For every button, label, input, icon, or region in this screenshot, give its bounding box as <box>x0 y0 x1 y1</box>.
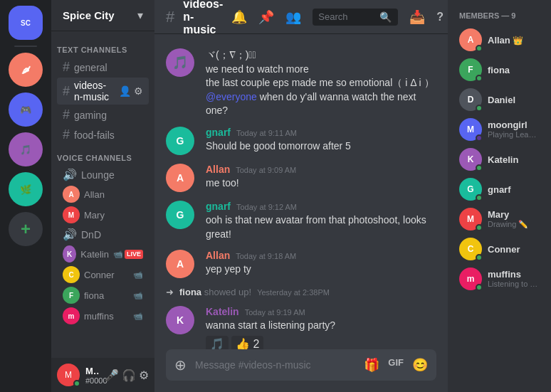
member-dot-gnarf <box>476 194 483 201</box>
members-section-label: MEMBERS — 9 <box>453 9 545 23</box>
server-icon-4[interactable]: 🌿 <box>9 172 43 206</box>
message-header-5: Allan Today at 9:18 AM <box>206 250 436 261</box>
footer-controls: 🎤 🎧 ⚙ <box>105 369 149 382</box>
message-author-allan: Allan <box>206 164 230 175</box>
member-info-gnarf: gnarf <box>488 184 540 195</box>
member-name-fiona: fiona <box>488 65 540 75</box>
bell-icon[interactable]: 🔔 <box>231 9 247 25</box>
voice-user-muffins[interactable]: m muffins 📹 <box>57 306 149 326</box>
member-info-conner: Conner <box>488 244 540 255</box>
message-timestamp-2: Today at 9:11 AM <box>236 129 297 137</box>
input-right-icons: 🎁 GIF 😊 <box>364 357 428 373</box>
message-text-1d: @everyone when do y'all wanna watch the … <box>206 90 436 118</box>
message-text-2: Should be good tomorrow after 5 <box>206 139 436 154</box>
gif-button[interactable]: GIF <box>388 357 404 373</box>
crown-icon: 👑 <box>513 36 523 46</box>
katelin-voice-icons: 📹 LIVE <box>113 250 143 259</box>
channel-item-gaming[interactable]: # gaming <box>57 105 149 125</box>
member-item-mary[interactable]: M Mary Drawing ✏️ <box>453 205 545 233</box>
message-header-2: gnarf Today at 9:11 AM <box>206 127 436 138</box>
conner-video-icon: 📹 <box>133 270 143 280</box>
server-icon-1[interactable]: 🌶 <box>9 53 43 87</box>
headset-button[interactable]: 🎧 <box>122 369 136 382</box>
voice-channel-lounge[interactable]: 🔊 Lounge <box>57 166 149 184</box>
member-avatar-mary: M <box>459 208 482 231</box>
add-attachment-button[interactable]: ⊕ <box>174 356 187 374</box>
message-text-5: yep yep ty <box>206 263 436 277</box>
member-item-fiona[interactable]: F fiona <box>453 55 545 84</box>
member-item-katelin[interactable]: K Katelin <box>453 145 545 174</box>
member-item-conner[interactable]: C Conner <box>453 235 545 263</box>
speaker-icon: 🔊 <box>63 168 77 181</box>
members-sidebar: MEMBERS — 9 A Allan 👑 F fiona D Daniel M <box>448 0 551 392</box>
message-header-6: Katelin Today at 9:19 AM <box>206 306 436 317</box>
voice-user-katelin[interactable]: K Katelin 📹 LIVE <box>57 244 149 264</box>
member-item-gnarf[interactable]: G gnarf <box>453 175 545 203</box>
member-dot-allan <box>476 45 483 52</box>
voice-user-mary[interactable]: M Mary <box>57 205 149 225</box>
member-item-moongirl[interactable]: M moongirl Playing League of Legends 🎮 <box>453 115 545 144</box>
member-avatar-moongirl: M <box>459 118 482 141</box>
voice-user-conner[interactable]: C Conner 📹 <box>57 265 149 285</box>
server-icon-2[interactable]: 🎮 <box>9 92 43 127</box>
text-channels-label: TEXT CHANNELS <box>51 37 154 57</box>
mic-button[interactable]: 🎤 <box>105 369 119 382</box>
channel-item-food-fails[interactable]: # food-fails <box>57 125 149 144</box>
member-avatar-fiona: F <box>459 58 482 81</box>
user-footer: M Mary #0000 🎤 🎧 ⚙ <box>51 358 154 392</box>
member-item-daniel[interactable]: D Daniel <box>453 85 545 114</box>
channel-item-general[interactable]: # general <box>57 58 149 77</box>
search-input[interactable] <box>318 11 375 22</box>
server-icon-3[interactable]: 🎵 <box>9 132 43 166</box>
message-group-2: G gnarf Today at 9:11 AM Should be good … <box>166 124 436 158</box>
member-item-allan[interactable]: A Allan 👑 <box>453 26 545 54</box>
voice-user-fiona[interactable]: F fiona 📹 <box>57 285 149 305</box>
member-item-muffins[interactable]: m muffins Listening to Spotify 🎵 <box>453 265 545 293</box>
server-icon-spice-city[interactable]: SC <box>9 6 43 40</box>
header-icons: 🔔 📌 👥 🔍 📥 ? <box>231 9 444 26</box>
channel-name-videos: videos-n-music <box>74 80 115 102</box>
message-group-5: A Allan Today at 9:18 AM yep yep ty <box>166 247 436 281</box>
server-name-header[interactable]: Spice City ▾ <box>51 0 154 31</box>
system-message-fiona: ➜ fiona showed up! Yesterday at 2:38PM <box>166 284 436 300</box>
member-info-fiona: fiona <box>488 65 540 75</box>
add-member-icon[interactable]: 👤 <box>119 85 131 97</box>
message-content-5: Allan Today at 9:18 AM yep yep ty <box>206 250 436 277</box>
member-status-moongirl: Playing League of Legends 🎮 <box>488 130 540 139</box>
message-avatar-1: 🎵 <box>166 48 194 77</box>
help-icon[interactable]: ? <box>436 11 444 23</box>
settings-button[interactable]: ⚙ <box>139 369 149 382</box>
server-name: Spice City <box>63 9 115 21</box>
inbox-icon[interactable]: 📥 <box>409 9 425 25</box>
channel-action-icons: 👤 ⚙ <box>119 85 143 97</box>
message-text-1b: we need to watch more <box>206 63 436 77</box>
fiona-video-icon: 📹 <box>133 291 143 300</box>
voice-channel-dnd[interactable]: 🔊 DnD <box>57 226 149 243</box>
voice-channel-name-dnd: DnD <box>81 229 101 240</box>
channel-name-food-fails: food-fails <box>74 129 143 141</box>
emoji-button[interactable]: 😊 <box>412 357 428 373</box>
hash-icon: # <box>63 84 70 99</box>
voice-username-allan: Allan <box>84 189 105 200</box>
arrow-icon: ➜ <box>166 287 174 297</box>
messages-area: 🎵 ヾ(；∇；)ノﾞ we need to watch more the las… <box>154 34 448 349</box>
pin-icon[interactable]: 📌 <box>258 9 274 25</box>
reaction-music[interactable]: 🎵 <box>206 336 229 349</box>
reaction-thumbsup[interactable]: 👍 2 <box>231 336 263 349</box>
user-avatar-conner: C <box>63 266 80 283</box>
settings-icon[interactable]: ⚙ <box>134 85 143 97</box>
voice-user-allan[interactable]: A Allan <box>57 184 149 204</box>
speaker-icon-dnd: 🔊 <box>63 228 77 241</box>
server-divider <box>14 46 37 47</box>
message-timestamp-4: Today at 9:12 AM <box>236 203 297 211</box>
member-info-moongirl: moongirl Playing League of Legends 🎮 <box>488 120 540 139</box>
add-server-button[interactable]: + <box>9 212 43 246</box>
member-dot-muffins <box>476 284 483 291</box>
channel-item-videos-n-music[interactable]: # videos-n-music 👤 ⚙ <box>57 78 149 105</box>
message-text-input[interactable] <box>195 359 355 371</box>
members-icon[interactable]: 👥 <box>285 9 301 25</box>
message-timestamp-3: Today at 9:09 AM <box>236 166 296 174</box>
voice-username-conner: Conner <box>84 270 115 280</box>
search-bar[interactable]: 🔍 <box>313 9 398 26</box>
gift-icon[interactable]: 🎁 <box>364 357 379 373</box>
